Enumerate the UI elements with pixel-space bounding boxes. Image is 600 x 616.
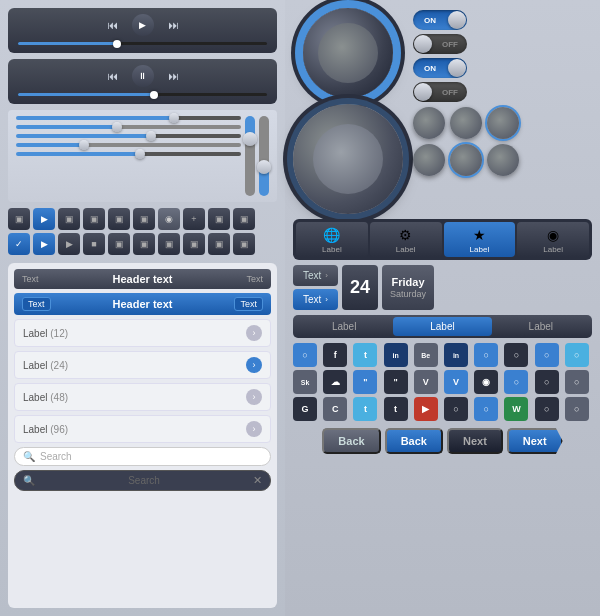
large-dial-knob[interactable]: [293, 104, 403, 214]
social-icon-14[interactable]: ": [384, 370, 408, 394]
social-icon-7[interactable]: ○: [474, 343, 498, 367]
slider-3[interactable]: [16, 134, 241, 138]
icon-btn-2[interactable]: ▶: [33, 208, 55, 230]
toggle-off-2[interactable]: OFF: [413, 82, 467, 102]
prev-btn-2[interactable]: ⏮: [107, 70, 118, 82]
social-icon-18[interactable]: ○: [504, 370, 528, 394]
tab-item-3[interactable]: ★ Label: [444, 222, 516, 257]
social-icon-28[interactable]: W: [504, 397, 528, 421]
social-icon-10[interactable]: ○: [565, 343, 589, 367]
search-clear-icon[interactable]: ✕: [253, 474, 262, 487]
text-btn-2[interactable]: Text ›: [293, 289, 338, 310]
icon-btn-3[interactable]: ▣: [58, 208, 80, 230]
slider-2[interactable]: [16, 125, 241, 129]
next-btn-1[interactable]: ⏭: [168, 19, 179, 31]
play-btn-1[interactable]: ▶: [132, 14, 154, 36]
social-icon-12[interactable]: ☁: [323, 370, 347, 394]
icon-btn-8[interactable]: +: [183, 208, 205, 230]
back-btn-2[interactable]: Back: [385, 428, 443, 454]
icon-btn-12[interactable]: ▶: [33, 233, 55, 255]
small-dial-knob[interactable]: [303, 8, 393, 98]
progress-bar-2[interactable]: [18, 93, 267, 96]
icon-btn-11[interactable]: ✓: [8, 233, 30, 255]
list-item-4[interactable]: Label (96) ›: [14, 415, 271, 443]
seg-item-1[interactable]: Label: [295, 317, 393, 336]
prev-btn-1[interactable]: ⏮: [107, 19, 118, 31]
list-item-1[interactable]: Label (12) ›: [14, 319, 271, 347]
social-icon-11[interactable]: Sk: [293, 370, 317, 394]
toggle-on-1[interactable]: ON: [413, 10, 467, 30]
social-icon-15[interactable]: V: [414, 370, 438, 394]
icon-btn-9[interactable]: ▣: [208, 208, 230, 230]
social-icon-13[interactable]: ": [353, 370, 377, 394]
progress-bar-1[interactable]: [18, 42, 267, 45]
icon-btn-7[interactable]: ◉: [158, 208, 180, 230]
social-icon-6[interactable]: in: [444, 343, 468, 367]
icon-btn-20[interactable]: ▣: [233, 233, 255, 255]
next-btn-2[interactable]: ⏭: [168, 70, 179, 82]
icon-btn-19[interactable]: ▣: [208, 233, 230, 255]
icon-btn-16[interactable]: ▣: [133, 233, 155, 255]
social-icon-23[interactable]: t: [353, 397, 377, 421]
search-bar-2[interactable]: 🔍 Search ✕: [14, 470, 271, 491]
list-header-2-left-btn[interactable]: Text: [22, 297, 51, 311]
social-icon-27[interactable]: ○: [474, 397, 498, 421]
social-icon-4[interactable]: in: [384, 343, 408, 367]
icon-btn-17[interactable]: ▣: [158, 233, 180, 255]
social-icon-30[interactable]: ○: [565, 397, 589, 421]
icon-btn-10[interactable]: ▣: [233, 208, 255, 230]
social-icon-24[interactable]: t: [384, 397, 408, 421]
small-btn-1[interactable]: [413, 107, 445, 139]
social-icon-3[interactable]: t: [353, 343, 377, 367]
slider-1[interactable]: [16, 116, 241, 120]
list-item-3[interactable]: Label (48) ›: [14, 383, 271, 411]
social-icon-8[interactable]: ○: [504, 343, 528, 367]
social-icon-19[interactable]: ○: [535, 370, 559, 394]
small-btn-4[interactable]: [413, 144, 445, 176]
tab-item-1[interactable]: 🌐 Label: [296, 222, 368, 257]
tab-item-2[interactable]: ⚙ Label: [370, 222, 442, 257]
small-btn-6[interactable]: [487, 144, 519, 176]
next-btn-2[interactable]: Next: [507, 428, 563, 454]
v-slider-2[interactable]: [259, 116, 269, 196]
pause-btn-2[interactable]: ⏸: [132, 65, 154, 87]
toggle-on-2[interactable]: ON: [413, 58, 467, 78]
icon-btn-4[interactable]: ▣: [83, 208, 105, 230]
social-icon-22[interactable]: C: [323, 397, 347, 421]
v-slider-1[interactable]: [245, 116, 255, 196]
slider-4[interactable]: [16, 143, 241, 147]
icon-btn-6[interactable]: ▣: [133, 208, 155, 230]
social-icon-9[interactable]: ○: [535, 343, 559, 367]
social-icon-29[interactable]: ○: [535, 397, 559, 421]
social-icon-5[interactable]: Be: [414, 343, 438, 367]
list-header-2-right-btn[interactable]: Text: [234, 297, 263, 311]
list-item-2[interactable]: Label (24) ›: [14, 351, 271, 379]
social-icon-2[interactable]: f: [323, 343, 347, 367]
seg-item-2[interactable]: Label: [393, 317, 491, 336]
tab-item-4[interactable]: ◉ Label: [517, 222, 589, 257]
social-icon-16[interactable]: V: [444, 370, 468, 394]
text-btn-1[interactable]: Text ›: [293, 265, 338, 286]
slider-5[interactable]: [16, 152, 241, 156]
icon-btn-14[interactable]: ■: [83, 233, 105, 255]
social-icon-26[interactable]: ○: [444, 397, 468, 421]
icon-btn-15[interactable]: ▣: [108, 233, 130, 255]
small-btn-2[interactable]: [450, 107, 482, 139]
social-icon-1[interactable]: ○: [293, 343, 317, 367]
next-btn-1[interactable]: Next: [447, 428, 503, 454]
toggle-off-1[interactable]: OFF: [413, 34, 467, 54]
back-btn-1[interactable]: Back: [322, 428, 380, 454]
search-bar-1[interactable]: 🔍 Search: [14, 447, 271, 466]
icon-btn-1[interactable]: ▣: [8, 208, 30, 230]
calendar-widget[interactable]: 24: [342, 265, 378, 310]
icon-btn-18[interactable]: ▣: [183, 233, 205, 255]
small-btn-5[interactable]: [450, 144, 482, 176]
icon-btn-13[interactable]: ▶: [58, 233, 80, 255]
seg-item-3[interactable]: Label: [492, 317, 590, 336]
social-icon-17[interactable]: ◉: [474, 370, 498, 394]
small-btn-3[interactable]: [487, 107, 519, 139]
icon-btn-5[interactable]: ▣: [108, 208, 130, 230]
social-icon-21[interactable]: G: [293, 397, 317, 421]
social-icon-25[interactable]: ▶: [414, 397, 438, 421]
social-icon-20[interactable]: ○: [565, 370, 589, 394]
